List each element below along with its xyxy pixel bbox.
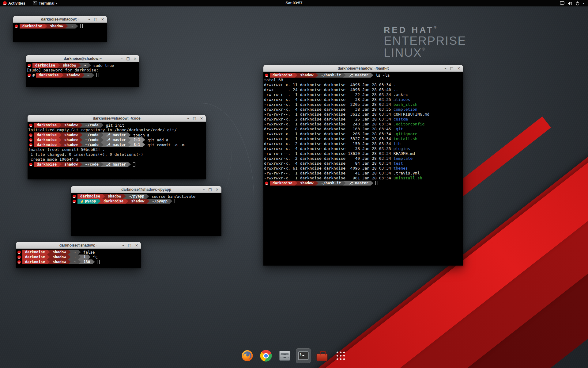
powerline-arrow (47, 255, 50, 259)
close-button[interactable]: × (457, 65, 460, 72)
terminal-content[interactable]: darknoiseshadow~/bash-it⎇ masterls -lato… (263, 72, 463, 266)
maximize-button[interactable]: □ (193, 115, 196, 122)
minimize-button[interactable]: – (89, 16, 90, 23)
prompt-segment-user: darknoise (77, 194, 102, 199)
minimize-button[interactable]: – (123, 242, 124, 249)
maximize-button[interactable]: □ (94, 16, 97, 23)
prompt-segment-path: ~ (85, 73, 92, 78)
ls-filename: uninstall.sh (394, 176, 422, 180)
powerline-arrow (80, 137, 82, 142)
maximize-button[interactable]: □ (126, 55, 130, 62)
redhat-prompt-icon (29, 163, 32, 166)
powerline-arrow (343, 73, 346, 78)
prompt-segment-exit: 130 (81, 259, 92, 264)
powerline-arrow (88, 63, 91, 68)
terminal-content[interactable]: darknoiseshadow~/codegit initInitialized… (28, 122, 206, 179)
powerline-arrow (128, 162, 131, 167)
powerline-arrow (371, 73, 373, 78)
powerline-arrow (80, 162, 82, 167)
dock-item-files[interactable] (277, 348, 292, 363)
minimize-button[interactable]: – (445, 65, 447, 72)
close-button[interactable]: × (216, 186, 219, 193)
window-title: darknoise@shadow:~/pyapp (71, 186, 221, 193)
powerline-arrow (101, 123, 104, 128)
command-text: ^C (93, 255, 98, 259)
close-button[interactable]: × (134, 55, 137, 62)
dock-item-terminal[interactable] (296, 348, 311, 363)
window-titlebar[interactable]: darknoise@shadow:~ – □ × (13, 16, 107, 23)
dock-item-chrome[interactable] (259, 348, 273, 363)
prompt-segment-host: shadow (50, 255, 68, 259)
redhat-prompt-icon (15, 25, 18, 28)
prompt-segment-git: ⎇ master (346, 73, 370, 78)
prompt-segment-user: darknoise (22, 255, 47, 259)
powerline-arrow (80, 132, 82, 137)
dock-item-toolbox[interactable] (315, 348, 330, 363)
redhat-prompt-icon (73, 200, 76, 203)
prompt-segment-host: shadow (128, 199, 146, 204)
terminal-content[interactable]: darknoiseshadow~falsedarknoiseshadow~1^C… (16, 249, 141, 268)
registered-mark: ® (422, 47, 425, 52)
ls-fields: drwxrwxr-x. 2 darknoise darknoise 150 Ja… (264, 141, 394, 146)
prompt-segment-host: shadow (62, 137, 80, 142)
prompt-segment-path: ~/pyapp (126, 194, 146, 199)
volume-icon (567, 1, 572, 6)
powerline-arrow (128, 132, 131, 137)
maximize-button[interactable]: □ (128, 242, 131, 249)
redhat-prompt-icon (265, 182, 268, 185)
ls-fields: drwxrwxr-x. 4 darknoise darknoise 84 Jan… (264, 161, 394, 166)
maximize-button[interactable]: □ (209, 186, 212, 193)
dock-item-show-applications[interactable] (334, 348, 348, 363)
powerline-arrow (142, 137, 145, 142)
powerline-arrow (101, 132, 104, 137)
window-titlebar[interactable]: darknoise@shadow:~/code – □ × (28, 115, 206, 122)
window-titlebar[interactable]: darknoise@shadow:~ – □ × (26, 55, 139, 62)
ls-filename: custom (394, 117, 408, 121)
registered-mark: ® (434, 26, 436, 29)
prompt-line: #darknoiseshadow~ (27, 73, 139, 78)
terminal-content[interactable]: darknoiseshadow~ (13, 23, 107, 42)
close-button[interactable]: × (200, 115, 203, 122)
prompt-segment-git: ⎇ master (104, 137, 128, 142)
close-button[interactable]: × (101, 16, 104, 23)
ls-fields: drwxrwxr-x. 61 darknoise darknoise 4096 … (264, 166, 394, 171)
prompt-line: darknoiseshadow~/code⎇ masterS:1git comm… (28, 142, 205, 147)
ls-fields: drwxrwxr-x. 2 darknoise darknoise 40 Jan… (264, 156, 394, 161)
ls-filename: install.sh (394, 136, 417, 141)
prompt-line: pyappdarknoiseshadow~/pyapp (72, 199, 221, 204)
ls-filename: . (394, 82, 396, 87)
system-status-area[interactable]: ▾ (558, 0, 586, 6)
ls-fields: drwxrwxr-x. 4 darknoise darknoise 38 Jan… (264, 107, 394, 112)
close-button[interactable]: × (135, 242, 138, 249)
clock[interactable]: Sat 03:57 (286, 0, 303, 6)
minimize-button[interactable]: – (203, 186, 205, 193)
powerline-arrow (47, 259, 50, 264)
rhel-logo-line2: ENTERPRISE (384, 35, 466, 47)
powerline-arrow (59, 142, 62, 147)
minimize-button[interactable]: – (121, 55, 123, 62)
activities-button[interactable]: Activities (0, 0, 28, 6)
terminal-content[interactable]: darknoiseshadow~sudo true[sudo] password… (26, 62, 139, 87)
minimize-button[interactable]: – (187, 115, 189, 122)
app-menu[interactable]: Terminal ▾ (30, 0, 60, 6)
window-titlebar[interactable]: darknoise@shadow:~ – □ × (16, 242, 141, 249)
ls-output-line: -rwxrwxr-x. 1 darknoise darknoise 961 Ja… (264, 176, 462, 181)
powerline-arrow (61, 73, 64, 78)
window-titlebar[interactable]: darknoise@shadow:~/bash-it – □ × (263, 65, 463, 72)
ls-fields: -rw-rw-r--. 1 darknoise darknoise 3622 J… (264, 112, 394, 117)
terminal-window: darknoise@shadow:~ – □ × darknoiseshadow… (16, 242, 141, 268)
ls-fields: -rwxrwxr-x. 1 darknoise darknoise 5327 J… (264, 136, 394, 141)
prompt-segment-path: ~/code (82, 142, 100, 147)
terminal-content[interactable]: darknoiseshadow~/pyappsource bin/activat… (71, 193, 221, 236)
maximize-button[interactable]: □ (450, 65, 454, 72)
powerline-arrow (44, 24, 47, 29)
dock-item-firefox[interactable] (240, 348, 255, 363)
powerline-arrow (78, 63, 81, 68)
git-branch-icon: ⎇ (349, 181, 355, 185)
app-menu-label: Terminal (39, 1, 55, 6)
display-icon (560, 1, 564, 6)
terminal-window: darknoise@shadow:~/pyapp – □ × darknoise… (71, 186, 221, 236)
window-titlebar[interactable]: darknoise@shadow:~/pyapp – □ × (71, 186, 221, 193)
prompt-line: darknoiseshadow~/pyappsource bin/activat… (72, 194, 221, 199)
prompt-line: darknoiseshadow~/code⎇ master (28, 162, 205, 167)
